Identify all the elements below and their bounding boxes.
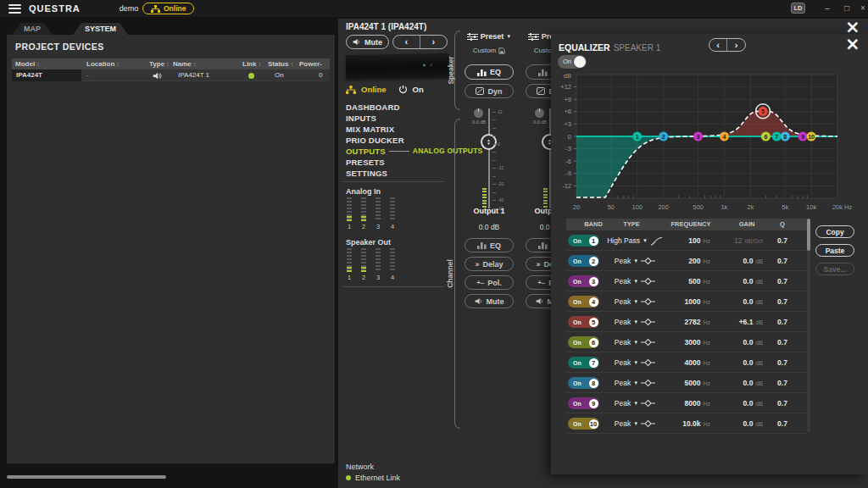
close-icon[interactable]: ×: [845, 36, 860, 53]
horizontal-scrollbar[interactable]: [7, 475, 166, 479]
band-on-toggle[interactable]: On2: [568, 255, 599, 267]
column-header-status[interactable]: Status ↕: [268, 58, 293, 69]
power-icon[interactable]: [398, 85, 408, 94]
meter-channel-label: 2: [359, 223, 368, 230]
band-frequency[interactable]: 100Hz: [626, 230, 710, 251]
window-minimize-icon[interactable]: –: [819, 0, 836, 17]
column-header-location[interactable]: Location ↕: [86, 58, 120, 69]
band-frequency[interactable]: 3000Hz: [626, 332, 710, 352]
window-close-icon[interactable]: ×: [854, 0, 868, 17]
channel-mute-button[interactable]: Mute: [526, 294, 551, 308]
frequency-unit: Hz: [703, 299, 710, 305]
band-frequency[interactable]: 200Hz: [626, 251, 710, 271]
scrollbar-thumb[interactable]: [807, 219, 810, 251]
band-on-toggle[interactable]: On7: [568, 357, 599, 369]
band-frequency[interactable]: 1000Hz: [626, 291, 710, 312]
channel-mute-button[interactable]: Mute: [465, 294, 514, 308]
band-q[interactable]: 0.7: [765, 230, 799, 251]
fader-level-meter: [543, 188, 548, 208]
band-gain[interactable]: 0.0dB: [714, 271, 763, 291]
gain-knob[interactable]: [535, 108, 544, 118]
column-header-model[interactable]: Model ↕: [15, 58, 40, 69]
band-q[interactable]: 0.7: [765, 393, 799, 413]
speaker-eq-button[interactable]: EQ: [526, 64, 551, 80]
delay-button[interactable]: »Delay: [526, 257, 551, 271]
band-frequency[interactable]: 10.0kHz: [626, 413, 710, 434]
next-channel-icon[interactable]: ›: [727, 39, 745, 51]
column-header-link[interactable]: Link ↕: [242, 58, 261, 69]
band-on-toggle[interactable]: On9: [568, 397, 599, 409]
polarity-button[interactable]: +‒Pol.: [526, 275, 551, 290]
band-frequency[interactable]: 8000Hz: [626, 393, 710, 413]
band-q[interactable]: 0.7: [765, 251, 799, 271]
band-gain[interactable]: 0.0dB: [714, 393, 763, 413]
device-title: IPA424T 1 (IPA424T): [346, 22, 426, 31]
prev-device-icon[interactable]: ‹: [393, 36, 420, 48]
device-mute-button[interactable]: Mute: [346, 35, 389, 49]
band-gain[interactable]: 0.0dB: [714, 332, 763, 352]
band-gain[interactable]: 0.0dB: [714, 291, 763, 312]
band-q[interactable]: 0.7: [765, 352, 799, 373]
band-on-toggle[interactable]: On8: [568, 377, 599, 389]
sort-icon: ↕: [36, 61, 40, 67]
close-icon[interactable]: ×: [845, 19, 860, 36]
speaker-eq-button[interactable]: EQ: [465, 64, 514, 80]
channel-eq-button[interactable]: EQ: [465, 238, 514, 252]
tab-system[interactable]: SYSTEM: [73, 23, 128, 35]
band-handle-number: 8: [783, 134, 787, 140]
band-gain[interactable]: 0.0dB: [714, 251, 763, 271]
column-header-name[interactable]: Name ↕: [173, 58, 197, 69]
tab-map[interactable]: MAP: [12, 23, 53, 35]
y-axis-unit: dB: [564, 72, 571, 80]
gain-knob[interactable]: [474, 108, 483, 118]
band-gain[interactable]: 0.0dB: [714, 352, 763, 373]
frequency-unit: Hz: [703, 279, 710, 285]
band-q[interactable]: 0.7: [765, 332, 799, 352]
online-badge[interactable]: Online: [142, 3, 194, 14]
preset-custom[interactable]: Custom: [521, 47, 551, 54]
dyn-button[interactable]: Dyn: [526, 84, 551, 98]
copy-button[interactable]: Copy: [815, 225, 854, 238]
preset-custom[interactable]: Custom: [460, 47, 518, 54]
online-badge-label: Online: [164, 4, 186, 13]
band-on-toggle[interactable]: On3: [568, 275, 599, 287]
band-gain[interactable]: 12dB/Oct: [714, 230, 763, 251]
table-row[interactable]: IPA424T - IPA424T 1 On 0: [12, 69, 330, 81]
polarity-button[interactable]: +‒Pol.: [465, 275, 514, 290]
eq-on-toggle[interactable]: On: [558, 55, 587, 69]
save-button[interactable]: Save...: [815, 263, 854, 275]
band-frequency[interactable]: 500Hz: [626, 271, 710, 291]
band-gain[interactable]: 0.0dB: [714, 413, 763, 434]
band-gain[interactable]: 0.0dB: [714, 373, 763, 393]
band-frequency[interactable]: 5000Hz: [626, 373, 710, 393]
next-device-icon[interactable]: ›: [420, 36, 448, 48]
preset-dropdown[interactable]: Preset▼: [521, 32, 551, 41]
band-frequency[interactable]: 2782Hz: [626, 312, 710, 332]
band-q[interactable]: 0.7: [765, 413, 799, 434]
menu-icon[interactable]: [8, 4, 21, 14]
channel-eq-button[interactable]: EQ: [526, 238, 551, 252]
band-q[interactable]: 0.7: [765, 373, 799, 393]
band-on-toggle[interactable]: On4: [568, 296, 599, 308]
fader-tick: [492, 160, 496, 161]
paste-button[interactable]: Paste: [815, 244, 854, 257]
band-q[interactable]: 0.7: [765, 291, 799, 312]
window-maximize-icon[interactable]: □: [838, 0, 855, 17]
fader-handle[interactable]: ▲▼: [542, 134, 551, 150]
delay-button[interactable]: »Delay: [465, 257, 514, 271]
column-header-type[interactable]: Type ↕: [149, 58, 170, 69]
band-on-toggle[interactable]: On6: [568, 336, 599, 348]
gain-value: 0.0: [743, 338, 754, 347]
band-on-toggle[interactable]: On10: [568, 418, 599, 430]
meter-channel-label: 4: [388, 223, 397, 230]
band-on-toggle[interactable]: On5: [568, 316, 599, 328]
preset-dropdown[interactable]: Preset▼: [460, 32, 518, 41]
band-gain[interactable]: +6.1dB: [714, 312, 763, 332]
speaker-group-label: Speaker: [447, 56, 455, 84]
band-q[interactable]: 0.7: [765, 271, 799, 291]
band-on-toggle[interactable]: On1: [568, 235, 599, 247]
band-q[interactable]: 0.7: [765, 312, 799, 332]
dyn-button[interactable]: Dyn: [465, 84, 514, 98]
prev-channel-icon[interactable]: ‹: [709, 39, 727, 51]
band-frequency[interactable]: 4000Hz: [626, 352, 710, 373]
